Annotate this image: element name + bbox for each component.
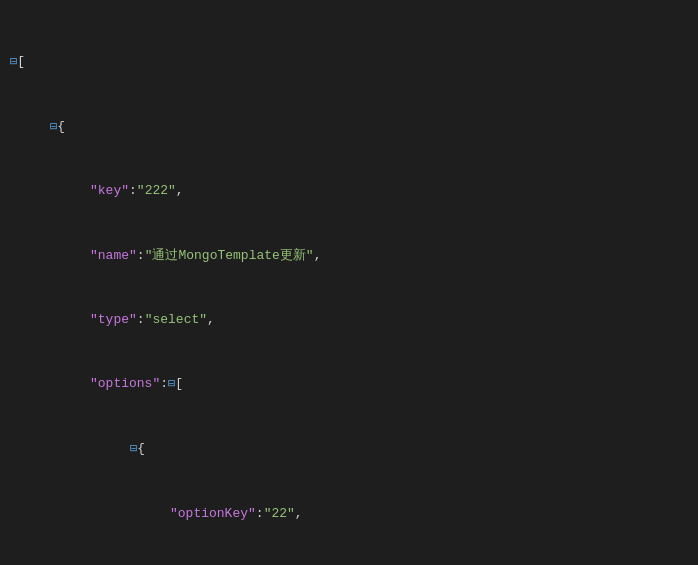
line-6: "options":⊟[ (10, 373, 688, 395)
key-name1: "name" (90, 248, 137, 263)
val-name1: "通过MongoTemplate更新" (145, 248, 314, 263)
val-type1: "select" (145, 312, 207, 327)
val-optionkey1: "22" (264, 506, 295, 521)
key-options: "options" (90, 376, 160, 391)
line-7: ⊟{ (10, 438, 688, 460)
code-viewer: ⊟[ ⊟{ "key":"222", "name":"通过MongoTempla… (0, 0, 698, 565)
val-key1: "222" (137, 183, 176, 198)
line-1: ⊟[ (10, 51, 688, 73)
line-8: "optionKey":"22", (10, 503, 688, 524)
line-4: "name":"通过MongoTemplate更新", (10, 245, 688, 266)
line-3: "key":"222", (10, 180, 688, 201)
line-2: ⊟{ (10, 116, 688, 138)
key-key1: "key" (90, 183, 129, 198)
line-5: "type":"select", (10, 309, 688, 330)
key-optionkey1: "optionKey" (170, 506, 256, 521)
key-type1: "type" (90, 312, 137, 327)
